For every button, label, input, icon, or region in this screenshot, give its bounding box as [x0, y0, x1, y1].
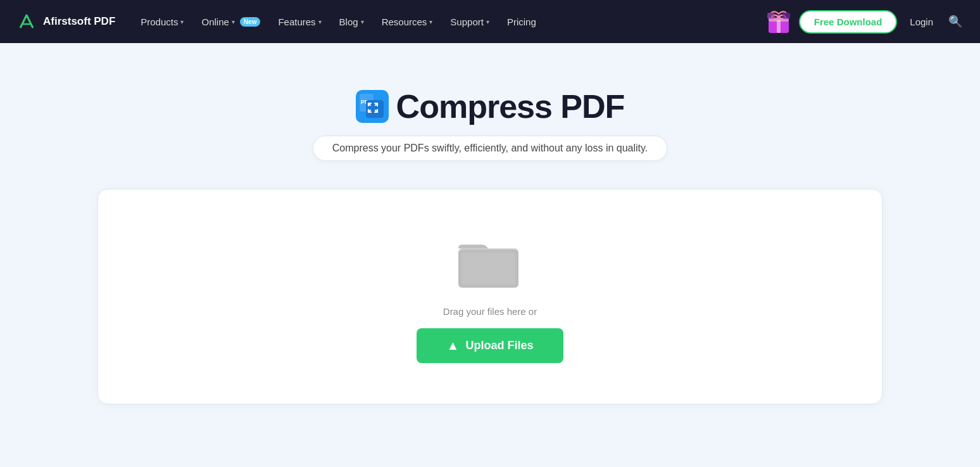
page-content: PDF Compre: [0, 43, 980, 467]
nav-online[interactable]: Online ▾ New: [194, 11, 268, 32]
nav-features[interactable]: Features ▾: [270, 11, 329, 32]
drag-text: Drag your files here or: [443, 306, 537, 317]
hero-subtitle: Compress your PDFs swiftly, efficiently,…: [313, 136, 668, 161]
logo-text: Afirstsoft PDF: [43, 15, 115, 28]
svg-point-6: [777, 16, 781, 20]
nav-resources[interactable]: Resources ▾: [374, 11, 441, 32]
compress-pdf-icon: PDF: [356, 90, 389, 123]
free-download-button[interactable]: Free Download: [799, 10, 898, 34]
page-title: Compress PDF: [396, 87, 625, 125]
upload-dropzone[interactable]: Drag your files here or ▲ Upload Files: [97, 189, 883, 404]
gift-icon[interactable]: [766, 9, 791, 34]
svg-rect-7: [767, 13, 775, 19]
folder-svg: [455, 231, 525, 291]
chevron-down-icon: ▾: [318, 18, 322, 25]
folder-icon: [455, 231, 525, 293]
nav-right: Free Download Login 🔍: [766, 9, 965, 34]
navbar: Afirstsoft PDF Products ▾ Online ▾ New F…: [0, 0, 980, 43]
logo[interactable]: Afirstsoft PDF: [15, 10, 115, 33]
hero-title-wrap: PDF Compre: [38, 87, 942, 125]
chevron-down-icon: ▾: [232, 18, 235, 25]
upload-section: Drag your files here or ▲ Upload Files: [97, 189, 883, 404]
nav-items: Products ▾ Online ▾ New Features ▾ Blog …: [133, 11, 766, 32]
upload-button-label: Upload Files: [465, 339, 533, 352]
chevron-down-icon: ▾: [361, 18, 364, 25]
upload-button[interactable]: ▲ Upload Files: [417, 328, 564, 363]
svg-rect-8: [782, 13, 790, 19]
svg-rect-28: [462, 253, 515, 285]
nav-products[interactable]: Products ▾: [133, 11, 191, 32]
chevron-down-icon: ▾: [429, 18, 432, 25]
nav-pricing[interactable]: Pricing: [499, 11, 544, 32]
new-badge: New: [240, 17, 261, 27]
svg-rect-0: [15, 10, 38, 33]
login-button[interactable]: Login: [905, 11, 938, 32]
logo-icon: [15, 10, 38, 33]
nav-support[interactable]: Support ▾: [443, 11, 497, 32]
search-icon[interactable]: 🔍: [946, 12, 965, 31]
chevron-down-icon: ▾: [180, 18, 184, 25]
chevron-down-icon: ▾: [486, 18, 489, 25]
hero-section: PDF Compre: [38, 68, 942, 174]
upload-cloud-icon: ▲: [447, 338, 460, 353]
nav-blog[interactable]: Blog ▾: [332, 11, 372, 32]
